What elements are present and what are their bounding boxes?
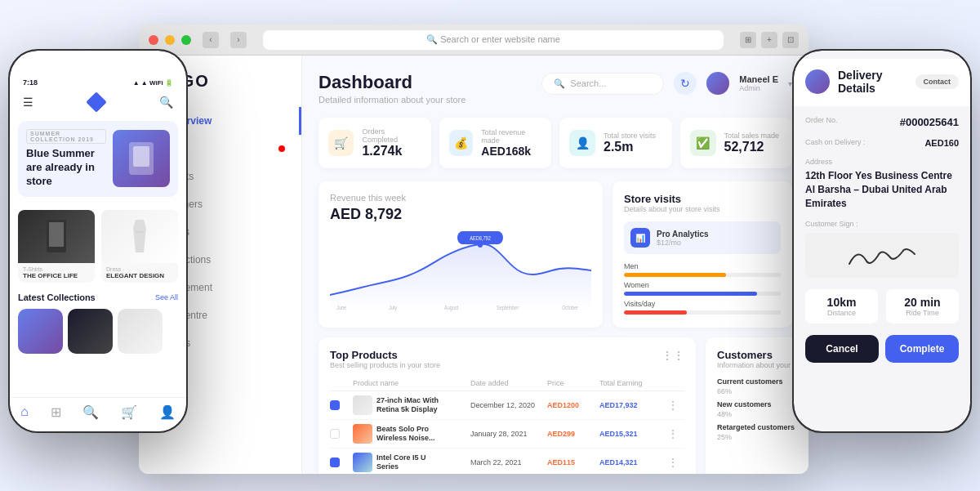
address-value: 12th Floor Yes Business Centre Al Barsha… [805,169,959,210]
address-bar[interactable]: 🔍 Search or enter website name [263,30,724,50]
browser-window: ‹ › 🔍 Search or enter website name ⊞ + ⊡… [139,25,808,474]
row1-product: 27-inch iMac WithRetina 5k Display [353,395,467,415]
collection-2[interactable] [68,309,113,354]
row1-img [353,395,372,415]
signature-area [805,233,959,278]
bar-men: Men [624,262,781,277]
row3-date: March 22, 2021 [470,458,544,466]
signature-svg [841,239,923,272]
forward-button[interactable]: › [230,32,247,48]
extensions-button[interactable]: ⊡ [782,32,799,48]
address-bar-text: 🔍 Search or enter website name [426,34,560,45]
svg-text:September: September [497,304,519,311]
close-dot[interactable] [149,35,158,45]
collection-1[interactable] [18,309,63,354]
banner-title: Blue Summer are already in store [26,147,106,189]
row1-menu[interactable]: ⋮ [668,399,684,411]
svg-text:June: June [336,304,347,310]
stat-orders-label: Orders Completed [362,127,421,144]
distance-stat: 10km Distance [805,289,878,324]
stat-orders-value: 1.274k [362,144,421,158]
products-menu-icon[interactable]: ⋮⋮ [662,349,684,362]
refresh-button[interactable]: ↻ [674,72,697,95]
minimize-dot[interactable] [165,35,175,45]
left-signal-icons: ▲ ▲ WiFi 🔋 [133,79,173,87]
search-icon[interactable]: 🔍 [159,96,173,109]
hamburger-icon[interactable]: ☰ [23,96,33,109]
user-role: Admin [739,84,778,92]
order-no-label: Order No. [805,116,838,124]
contact-button[interactable]: Contact [915,74,960,89]
col-price: Price [547,379,596,387]
bar-visits-track [624,310,781,315]
distance-value: 10km [812,296,871,309]
complete-button[interactable]: Complete [885,335,959,363]
row3-price: AED115 [547,458,596,466]
stat-revenue: 💰 Total revenue made AED168k [439,118,552,168]
time-value: 20 min [893,296,952,309]
store-visits-card: Store visits Details about your store vi… [612,181,792,328]
maximize-dot[interactable] [181,35,191,45]
store-visits-subtitle: Details about your store visits [624,205,781,213]
left-time: 7:18 [23,78,38,87]
cancel-button[interactable]: Cancel [805,335,879,363]
store-visits-title: Store visits [624,193,781,205]
stat-sales: ✅ Total sales made 52,712 [680,118,793,168]
nav-search-icon[interactable]: 🔍 [82,404,99,420]
row3-menu[interactable]: ⋮ [668,457,684,468]
orders-icon: 🛒 [328,130,354,156]
left-product-1[interactable]: T-Shirts THE OFFICE LIFE [18,210,95,283]
svg-rect-15 [49,222,64,247]
row3-check[interactable] [330,458,340,467]
brand-diamond-icon [86,92,106,112]
distance-label: Distance [812,309,871,317]
col-product-name: Product name [353,379,467,387]
bar-women-track [624,292,781,296]
product1-img [18,210,95,263]
charts-row: Revenue this week AED 8,792 [318,181,792,328]
stat-sales-label: Total sales made [724,132,780,140]
order-row: Order No. #000025641 [805,116,959,128]
nav-cart-icon[interactable]: 🛒 [121,404,137,420]
avatar [706,72,729,95]
row1-check[interactable] [330,400,340,410]
search-bar[interactable]: 🔍 Search... [541,73,664,95]
nav-home-icon[interactable]: ⌂ [20,404,29,420]
table-header: Product name Date added Price Total Earn… [330,376,684,391]
search-placeholder: Search... [570,78,606,88]
promo-price: $12/mo [657,239,709,247]
visits-promo[interactable]: 📊 Pro Analytics $12/mo [624,221,781,254]
bottom-row: Top Products Best selling products in yo… [318,337,792,474]
row1-earning: AED17,932 [599,401,665,409]
order-no-value: #000025641 [900,116,959,128]
products-title: Top Products [330,349,440,361]
row2-menu[interactable]: ⋮ [668,428,684,440]
customer-retargeted: Retargeted customers 25% [717,423,808,441]
phone-right: Delivery Details Contact Order No. #0000… [792,49,972,433]
orders-badge [278,145,285,152]
back-button[interactable]: ‹ [203,32,219,48]
product2-info: Dress ELEGANT DESIGN [101,263,178,283]
row2-earning: AED15,321 [599,430,665,438]
left-product-2[interactable]: Dress ELEGANT DESIGN [101,210,178,283]
nav-profile-icon[interactable]: 👤 [159,404,176,420]
collections-header: Latest Collections See All [10,289,186,306]
revenue-chart: Revenue this week AED 8,792 [318,181,603,328]
tab-icon[interactable]: ⊞ [740,32,756,48]
retargeted-label: Retargeted customers [717,423,808,431]
collections-title: Latest Collections [18,292,96,302]
bar-men-track [624,273,781,277]
phone-left-screen: 7:18 ▲ ▲ WiFi 🔋 ☰ 🔍 SUMMER COLLECTION 20… [10,51,186,431]
row1-name: 27-inch iMac WithRetina 5k Display [376,396,439,414]
bar-women: Women [624,281,781,296]
time-stat: 20 min Ride Time [886,289,959,324]
new-tab-button[interactable]: + [761,32,777,48]
row2-price: AED299 [547,430,596,438]
collection-3[interactable] [118,309,163,354]
see-all-link[interactable]: See All [155,293,178,301]
row2-check[interactable] [330,429,340,439]
stat-revenue-label: Total revenue made [481,128,541,145]
stat-revenue-value: AED168k [481,145,541,158]
nav-grid-icon[interactable]: ⊞ [51,404,61,420]
col-earning: Total Earning [599,379,665,387]
